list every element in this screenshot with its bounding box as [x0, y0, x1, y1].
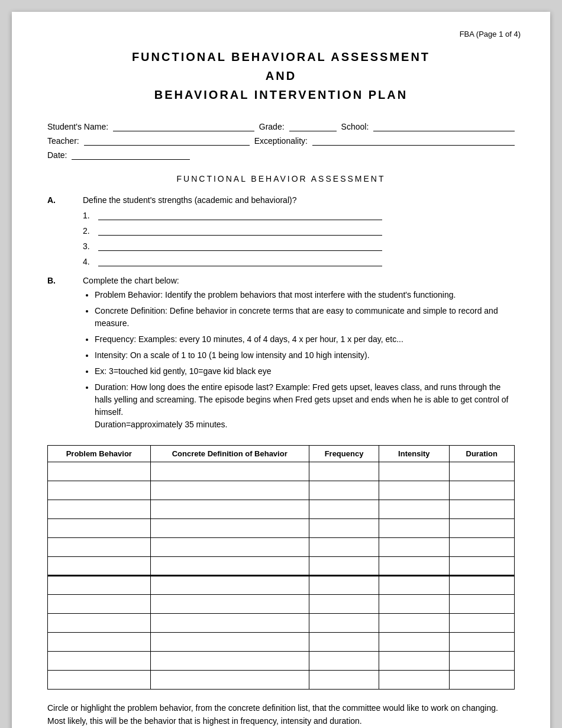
header-concrete: Concrete Definition of Behavior [150, 446, 309, 462]
header-frequency: Frequency [309, 446, 379, 462]
section-a-letter: A. [47, 195, 65, 205]
table-row [48, 462, 515, 481]
line-row-3: 3. [83, 240, 515, 251]
section-b: B. Complete the chart below: Problem Beh… [47, 276, 515, 431]
line-num-3: 3. [83, 241, 95, 251]
section-b-intro: Complete the chart below: [83, 276, 179, 285]
info-row-3: Date: [47, 149, 515, 160]
grade-line[interactable] [289, 121, 337, 131]
table-row [48, 671, 515, 690]
document-page: FBA (Page 1 of 4) FUNCTIONAL BEHAVIORAL … [12, 12, 550, 728]
bottom-text: Circle or highlight the problem behavior… [47, 701, 515, 728]
teacher-label: Teacher: [47, 136, 79, 146]
line-row-2: 2. [83, 225, 515, 236]
date-label: Date: [47, 150, 67, 160]
section-b-content: Problem Behavior: Identify the problem b… [83, 289, 515, 431]
answer-line-1[interactable] [98, 210, 382, 220]
title-line1: FUNCTIONAL BEHAVIORAL ASSESSMENT [47, 47, 515, 66]
table-row [48, 557, 515, 576]
bullet-2: Concrete Definition: Define behavior in … [95, 305, 515, 330]
main-title: FUNCTIONAL BEHAVIORAL ASSESSMENT AND BEH… [47, 47, 515, 104]
section-a-lines: 1. 2. 3. 4. [83, 210, 515, 266]
info-row-1: Student's Name: Grade: School: [47, 121, 515, 131]
bullet-5: Ex: 3=touched kid gently, 10=gave kid bl… [95, 365, 515, 378]
answer-line-4[interactable] [98, 256, 382, 266]
answer-line-3[interactable] [98, 240, 382, 251]
title-line2: AND [47, 66, 515, 85]
exceptionality-label: Exceptionality: [254, 136, 308, 146]
table-row-thick [48, 576, 515, 595]
behavior-table: Problem Behavior Concrete Definition of … [47, 445, 515, 690]
header-duration: Duration [449, 446, 514, 462]
name-label: Student's Name: [47, 122, 108, 131]
header-problem: Problem Behavior [48, 446, 151, 462]
table-row [48, 500, 515, 519]
table-row [48, 652, 515, 671]
grade-label: Grade: [259, 122, 285, 131]
exceptionality-line[interactable] [312, 135, 515, 146]
date-line[interactable] [72, 149, 190, 160]
bullet-4: Intensity: On a scale of 1 to 10 (1 bein… [95, 349, 515, 362]
table-row [48, 633, 515, 652]
table-row [48, 595, 515, 614]
page-number: FBA (Page 1 of 4) [460, 30, 521, 38]
header-intensity: Intensity [379, 446, 449, 462]
section-b-list: Problem Behavior: Identify the problem b… [83, 289, 515, 431]
table-header-row: Problem Behavior Concrete Definition of … [48, 446, 515, 462]
bullet-6: Duration: How long does the entire episo… [95, 381, 515, 431]
title-line3: BEHAVIORAL INTERVENTION PLAN [47, 85, 515, 104]
section-title: FUNCTIONAL BEHAVIOR ASSESSMENT [47, 174, 515, 183]
bullet-1: Problem Behavior: Identify the problem b… [95, 289, 515, 301]
line-num-2: 2. [83, 226, 95, 236]
table-row [48, 538, 515, 557]
line-row-1: 1. [83, 210, 515, 220]
info-row-2: Teacher: Exceptionality: [47, 135, 515, 146]
table-row [48, 519, 515, 538]
table-row [48, 614, 515, 633]
line-num-1: 1. [83, 211, 95, 220]
section-a-question: Define the student's strengths (academic… [83, 195, 296, 205]
section-b-letter: B. [47, 276, 65, 285]
bullet-3: Frequency: Examples: every 10 minutes, 4… [95, 333, 515, 346]
student-info-section: Student's Name: Grade: School: Teacher: … [47, 121, 515, 160]
table-row [48, 481, 515, 500]
school-label: School: [341, 122, 369, 131]
answer-line-2[interactable] [98, 225, 382, 236]
name-line[interactable] [113, 121, 254, 131]
school-line[interactable] [373, 121, 515, 131]
line-num-4: 4. [83, 257, 95, 266]
section-a-header: A. Define the student's strengths (acade… [47, 195, 515, 205]
line-row-4: 4. [83, 256, 515, 266]
section-b-header: B. Complete the chart below: [47, 276, 515, 285]
section-a: A. Define the student's strengths (acade… [47, 195, 515, 266]
teacher-line[interactable] [84, 135, 250, 146]
